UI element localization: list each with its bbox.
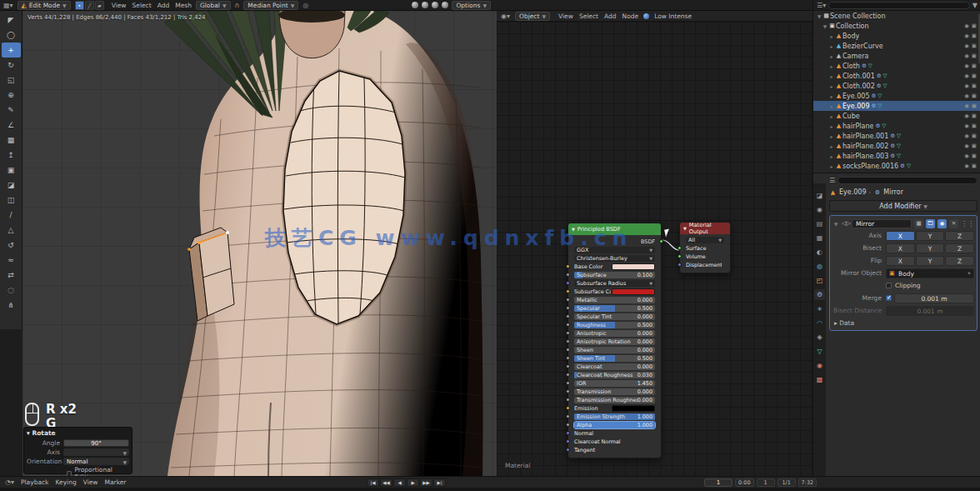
hide-eye-icon[interactable]: ◉	[964, 33, 969, 39]
expand-icon[interactable]: ▸	[828, 153, 835, 159]
object-name[interactable]: Cloth.001	[842, 73, 875, 80]
node-input-row[interactable]: Volume	[680, 253, 730, 261]
node-input-row[interactable]: Transmission Roughness Transmission Roug…	[568, 396, 661, 404]
input-socket[interactable]	[566, 439, 570, 443]
properties-editor[interactable]: ◪ ◉ ▤ ▦ ◐ ◍ ◰ ⚙ ∗ ◠	[813, 173, 980, 476]
disable-render-icon[interactable]: ▣	[972, 53, 977, 59]
hide-eye-icon[interactable]: ◉	[964, 43, 969, 49]
tool-icon[interactable]: +	[8, 46, 14, 54]
object-name[interactable]: Cube	[842, 113, 860, 120]
properties-search-input[interactable]	[838, 177, 978, 184]
node-input-row[interactable]: Clearcoat Normal Clearcoat Normal ▼	[568, 438, 661, 446]
object-name[interactable]: Camera	[842, 53, 868, 60]
disable-render-icon[interactable]: ▣	[972, 73, 977, 79]
input-socket[interactable]	[566, 448, 570, 452]
input-socket[interactable]	[566, 423, 570, 427]
expand-icon[interactable]: ▸	[828, 103, 835, 109]
input-socket[interactable]	[566, 431, 570, 435]
transport-button[interactable]: ▶▶	[420, 478, 432, 487]
node-input-row[interactable]: IOR IOR 1.450 ▼	[568, 379, 661, 388]
object-name[interactable]: hairPlane	[842, 123, 873, 130]
properties-tab[interactable]: ◐	[814, 247, 825, 258]
input-socket[interactable]	[566, 323, 570, 327]
outliner-object-row[interactable]: ▸ ▲ hairPlane.002 ⚙ ▽ ◉ ▣	[813, 141, 980, 151]
orientation-field[interactable]: Normal▼	[63, 458, 129, 465]
hide-eye-icon[interactable]: ◉	[964, 53, 969, 59]
disable-render-icon[interactable]: ▣	[972, 83, 977, 89]
bisect-z-toggle[interactable]: Z	[945, 243, 974, 253]
node-input-row[interactable]: Clearcoat Clearcoat 0.000 ▼	[568, 363, 661, 371]
menu-item[interactable]: Add	[604, 13, 617, 20]
expand-icon[interactable]: ▸	[828, 63, 835, 69]
menu-item[interactable]: View	[83, 478, 98, 486]
transform-orientation-dropdown[interactable]: Global ▼	[196, 1, 231, 10]
menu-item[interactable]: View	[558, 13, 573, 20]
menu-item[interactable]: Playback	[21, 478, 48, 486]
tool-icon[interactable]: ◫	[8, 196, 15, 204]
tool-icon[interactable]: △	[8, 226, 14, 234]
breadcrumb-modifier[interactable]: Mirror	[883, 188, 903, 196]
node-input-row[interactable]: Transmission Transmission 0.000 ▼	[568, 388, 661, 396]
outliner-object-row[interactable]: ▸ ▲ BezierCurve ⚙ ▽ ◉ ▣	[813, 41, 980, 51]
input-socket[interactable]	[566, 356, 570, 360]
edge-select-icon[interactable]: ╱	[85, 1, 94, 10]
outliner-object-row[interactable]: ▸ ▲ hairPlane.003 ⚙ ▽ ◉ ▣	[813, 151, 980, 161]
properties-tab[interactable]: ∗	[814, 303, 825, 314]
clipping-checkbox[interactable]	[886, 283, 892, 288]
menu-item[interactable]: Keying	[55, 478, 76, 486]
current-frame-field[interactable]: 1	[704, 478, 732, 487]
face-select-icon[interactable]: ▰	[95, 1, 104, 10]
tool-icon[interactable]: ⇄	[8, 271, 14, 279]
editor-type-icon[interactable]: ▦▾	[3, 2, 13, 9]
node-input-row[interactable]: Subsurface Radius Subsurface Radius ▼	[568, 279, 661, 288]
vertex-select-icon[interactable]: •	[75, 1, 84, 10]
menu-item[interactable]: Add	[158, 2, 170, 9]
timeline-chip[interactable]: 0:00	[735, 478, 754, 487]
object-name[interactable]: Cloth.002	[842, 83, 875, 90]
material-output-node[interactable]: ▼ Material Output All▼ Surface	[679, 222, 731, 273]
object-name[interactable]: hairPlane.001	[842, 133, 888, 140]
node-input-row[interactable]: Alpha Alpha 1.000 ▼	[568, 421, 661, 429]
object-name[interactable]: Eye.009	[842, 103, 870, 110]
menu-item[interactable]: Select	[579, 13, 598, 20]
tool-icon[interactable]: /	[9, 211, 12, 219]
outliner-object-row[interactable]: ▸ ▲ hairPlane ⚙ ▽ ◉ ▣	[813, 121, 980, 131]
node-input-row[interactable]: Anisotropic Anisotropic 0.000 ▼	[568, 329, 661, 338]
collapse-icon[interactable]: ▼	[683, 226, 687, 231]
properties-filter-icon[interactable]: ☰	[829, 177, 835, 184]
outliner-object-row[interactable]: ▸ ▲ Eye.005 ⚙ ▽ ◉ ▣	[813, 91, 980, 101]
bisect-distance-field[interactable]: 0.001 m	[886, 306, 974, 316]
disable-render-icon[interactable]: ▣	[972, 33, 977, 39]
hide-eye-icon[interactable]: ◉	[964, 113, 969, 119]
expand-icon[interactable]: ▼	[816, 13, 822, 19]
active-vertex[interactable]	[226, 231, 229, 234]
disable-render-icon[interactable]: ▣	[972, 143, 977, 149]
color-swatch[interactable]	[612, 263, 655, 270]
tool-icon[interactable]: ⊕	[8, 91, 14, 99]
node-input-row[interactable]: Tangent Tangent ▼	[568, 446, 661, 454]
input-socket[interactable]	[566, 306, 570, 310]
hide-eye-icon[interactable]: ◉	[964, 93, 969, 99]
tool-icon[interactable]: ✎	[8, 106, 14, 114]
shading-material-icon[interactable]	[432, 2, 438, 8]
outliner-object-row[interactable]: ▸ ▲ Eye.009 ⚙ ▽ ◉ ▣	[813, 101, 980, 111]
node-input-row[interactable]: Subsurface Color Subsurface Color ▼	[568, 288, 661, 296]
node-input-row[interactable]: Metallic Metallic 0.000 ▼	[568, 296, 661, 304]
node-header[interactable]: ▼ Material Output	[680, 223, 730, 234]
hide-eye-icon[interactable]: ◉	[964, 83, 969, 89]
menu-item[interactable]: Mesh	[175, 2, 192, 9]
node-input-row[interactable]: Surface	[680, 244, 730, 253]
node-input-row[interactable]: Normal Normal ▼	[568, 429, 661, 438]
node-input-row[interactable]: Displacement	[680, 261, 730, 269]
input-socket[interactable]	[566, 398, 570, 402]
tool-icon[interactable]: ↥	[8, 151, 14, 159]
node-input-row[interactable]: Emission Emission ▼	[568, 404, 661, 413]
shading-solid-icon[interactable]	[422, 2, 428, 8]
breadcrumb-object[interactable]: Eye.009	[839, 188, 867, 196]
modifier-name-field[interactable]: Mirror	[852, 219, 912, 228]
axis-y-toggle[interactable]: Y	[916, 231, 945, 241]
transport-button[interactable]: ▶|	[433, 478, 446, 487]
disable-render-icon[interactable]: ▣	[972, 43, 977, 49]
properties-tab[interactable]: ▩	[814, 374, 825, 385]
proportional-editing-icon[interactable]: ◎	[302, 2, 308, 9]
